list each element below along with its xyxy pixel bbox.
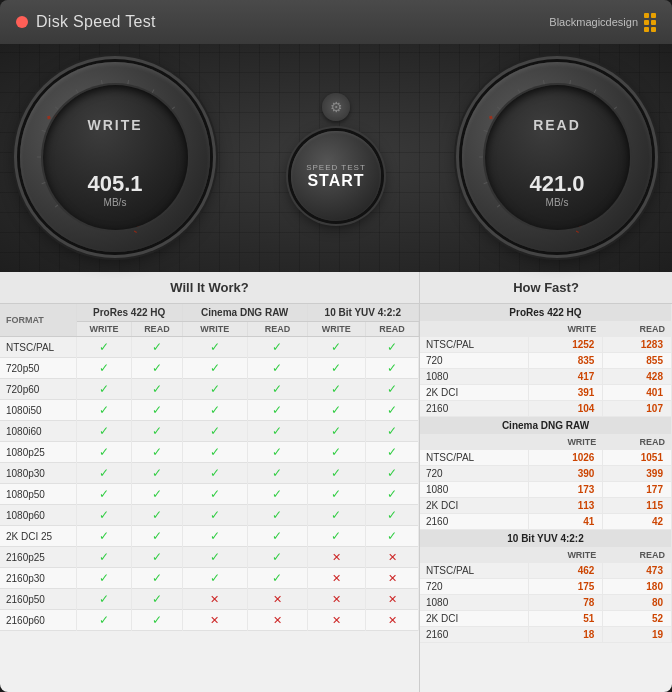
hf-format-sub-header xyxy=(420,435,528,450)
check-icon: ✓ xyxy=(331,403,341,417)
pres422-group-header: ProRes 422 HQ xyxy=(76,304,182,322)
check-icon: ✓ xyxy=(210,424,220,438)
hf-format-cell: 2160 xyxy=(420,514,528,530)
check-icon: ✓ xyxy=(331,340,341,354)
brand-dot xyxy=(651,27,656,32)
hf-format-cell: 2160 xyxy=(420,401,528,417)
will-work-row: 1080p60 ✓ ✓ ✓ ✓ ✓ ✓ xyxy=(0,505,419,526)
hf-write-sub-header: WRITE xyxy=(528,322,603,337)
hf-data-row: 1080 78 80 xyxy=(420,595,672,611)
check-icon: ✓ xyxy=(210,487,220,501)
check-icon: ✓ xyxy=(387,382,397,396)
hf-write-value: 1252 xyxy=(528,337,603,353)
check-icon: ✓ xyxy=(331,508,341,522)
yuv-read-cell: ✕ xyxy=(366,568,419,589)
hf-read-value: 177 xyxy=(603,482,672,498)
check-icon: ✓ xyxy=(99,382,109,396)
check-icon: ✓ xyxy=(272,445,282,459)
cross-icon: ✕ xyxy=(388,572,397,584)
cdng-write-cell: ✓ xyxy=(182,547,248,568)
hf-data-row: 1080 173 177 xyxy=(420,482,672,498)
p422-read-header: READ xyxy=(132,322,182,337)
hf-sub-header-row: WRITE READ xyxy=(420,322,672,337)
yuv-write-cell: ✓ xyxy=(307,379,365,400)
will-work-row: 2160p25 ✓ ✓ ✓ ✓ ✕ ✕ xyxy=(0,547,419,568)
hf-read-value: 52 xyxy=(603,611,672,627)
will-work-row: 1080i60 ✓ ✓ ✓ ✓ ✓ ✓ xyxy=(0,421,419,442)
hf-read-value: 1051 xyxy=(603,450,672,466)
gear-button[interactable]: ⚙ xyxy=(322,93,350,121)
check-icon: ✓ xyxy=(152,466,162,480)
p422hq-read-cell: ✓ xyxy=(132,400,182,421)
p422hq-read-cell: ✓ xyxy=(132,589,182,610)
start-button[interactable]: SPEED TEST START xyxy=(291,131,381,221)
check-icon: ✓ xyxy=(331,487,341,501)
format-cell: 2160p50 xyxy=(0,589,76,610)
check-icon: ✓ xyxy=(387,508,397,522)
cdng-write-cell: ✕ xyxy=(182,610,248,631)
check-icon: ✓ xyxy=(331,466,341,480)
check-icon: ✓ xyxy=(99,571,109,585)
yuv-write-cell: ✓ xyxy=(307,484,365,505)
cdng-group-header: Cinema DNG RAW xyxy=(182,304,307,322)
hf-write-sub-header: WRITE xyxy=(528,548,603,563)
format-cell: 1080p50 xyxy=(0,484,76,505)
hf-format-sub-header xyxy=(420,548,528,563)
p422hq-read-cell: ✓ xyxy=(132,568,182,589)
hf-data-row: 720 175 180 xyxy=(420,579,672,595)
hf-write-value: 41 xyxy=(528,514,603,530)
hf-data-row: 2K DCI 51 52 xyxy=(420,611,672,627)
hf-read-value: 19 xyxy=(603,627,672,643)
yuv-write-cell: ✓ xyxy=(307,337,365,358)
cdng-write-cell: ✓ xyxy=(182,442,248,463)
hf-format-cell: NTSC/PAL xyxy=(420,450,528,466)
will-work-row: 1080p25 ✓ ✓ ✓ ✓ ✓ ✓ xyxy=(0,442,419,463)
hf-format-cell: 1080 xyxy=(420,369,528,385)
yuv-write-cell: ✕ xyxy=(307,547,365,568)
yuv-read-cell: ✓ xyxy=(366,526,419,547)
p422-write-header: WRITE xyxy=(76,322,131,337)
cdng-write-cell: ✓ xyxy=(182,568,248,589)
hf-read-value: 1283 xyxy=(603,337,672,353)
will-it-work-header: Will It Work? xyxy=(0,272,420,303)
will-work-row: 720p50 ✓ ✓ ✓ ✓ ✓ ✓ xyxy=(0,358,419,379)
brand-dot xyxy=(651,13,656,18)
cdng-read-cell: ✕ xyxy=(248,610,308,631)
check-icon: ✓ xyxy=(99,613,109,627)
yuv-read-cell: ✕ xyxy=(366,589,419,610)
hf-group-header-row: Cinema DNG RAW xyxy=(420,417,672,435)
p422hq-read-cell: ✓ xyxy=(132,484,182,505)
hf-read-value: 401 xyxy=(603,385,672,401)
hf-format-sub-header xyxy=(420,322,528,337)
center-controls: ⚙ SPEED TEST START xyxy=(291,93,381,221)
check-icon: ✓ xyxy=(272,382,282,396)
will-work-row: 1080p30 ✓ ✓ ✓ ✓ ✓ ✓ xyxy=(0,463,419,484)
check-icon: ✓ xyxy=(272,340,282,354)
hf-format-cell: 1080 xyxy=(420,595,528,611)
cdng-write-cell: ✓ xyxy=(182,421,248,442)
title-bar-left: Disk Speed Test xyxy=(16,13,156,31)
format-cell: 2160p25 xyxy=(0,547,76,568)
will-work-row: 720p60 ✓ ✓ ✓ ✓ ✓ ✓ xyxy=(0,379,419,400)
check-icon: ✓ xyxy=(387,529,397,543)
close-button[interactable] xyxy=(16,16,28,28)
p422hq-read-cell: ✓ xyxy=(132,358,182,379)
read-gauge: READ 421.0 MB/s xyxy=(462,62,652,252)
format-cell: 2160p30 xyxy=(0,568,76,589)
check-icon: ✓ xyxy=(99,403,109,417)
hf-data-row: 720 835 855 xyxy=(420,353,672,369)
check-icon: ✓ xyxy=(210,508,220,522)
cdng-read-cell: ✓ xyxy=(248,358,308,379)
hf-write-value: 462 xyxy=(528,563,603,579)
p422hq-write-cell: ✓ xyxy=(76,442,131,463)
hf-write-sub-header: WRITE xyxy=(528,435,603,450)
check-icon: ✓ xyxy=(331,382,341,396)
p422hq-write-cell: ✓ xyxy=(76,610,131,631)
format-cell: 1080i50 xyxy=(0,400,76,421)
yuv-write-cell: ✕ xyxy=(307,610,365,631)
yuv-read-cell: ✓ xyxy=(366,337,419,358)
cdng-read-cell: ✓ xyxy=(248,337,308,358)
brand-dot xyxy=(651,20,656,25)
p422hq-write-cell: ✓ xyxy=(76,463,131,484)
format-cell: 1080p25 xyxy=(0,442,76,463)
